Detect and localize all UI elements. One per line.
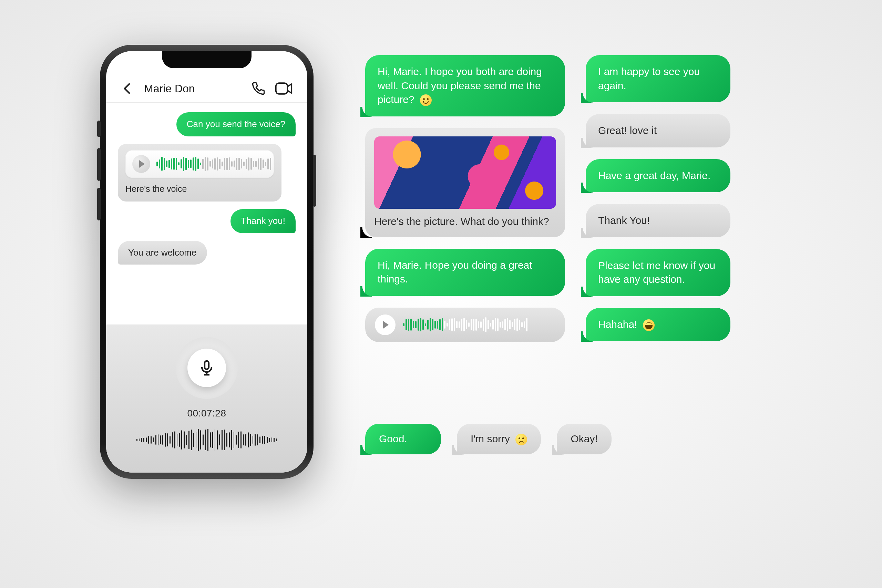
chat-body: Can you send the voice? Here's the voice… xyxy=(106,103,308,324)
bubble-text: I'm sorry xyxy=(471,433,510,444)
contact-name: Marie Don xyxy=(144,82,242,95)
waveform xyxy=(403,315,555,334)
volume-down-button xyxy=(97,188,100,220)
image-attachment[interactable] xyxy=(374,136,556,209)
microphone-button[interactable] xyxy=(188,349,226,387)
showcase-bottom-row: Good. I'm sorry Okay! xyxy=(365,424,612,454)
voice-message-card[interactable]: Here's the voice xyxy=(118,144,282,201)
message-bubble-received[interactable]: You are welcome xyxy=(118,241,207,265)
phone-frame: Marie Don Can you send the voice? Here's… xyxy=(100,45,314,479)
voice-caption: Here's the voice xyxy=(125,184,274,194)
play-icon[interactable] xyxy=(132,155,150,173)
phone-notch xyxy=(162,51,252,68)
showcase-column-b: I am happy to see you again. Great! love… xyxy=(586,55,730,342)
chat-bubble-grey[interactable]: Thank You! xyxy=(586,204,730,237)
chat-bubble-green[interactable]: Hi, Marie. I hope you both are doing wel… xyxy=(365,55,565,116)
mic-button-halo xyxy=(176,337,238,399)
volume-up-button xyxy=(97,148,100,181)
bubble-text: Hahaha! xyxy=(598,319,637,330)
power-button xyxy=(313,155,316,207)
chat-bubble-grey[interactable]: I'm sorry xyxy=(457,424,541,454)
svg-rect-0 xyxy=(276,83,287,94)
message-bubble-sent[interactable]: Thank you! xyxy=(231,209,296,233)
image-caption: Here's the picture. What do you think? xyxy=(374,216,556,227)
waveform xyxy=(156,156,271,172)
phone-call-icon[interactable] xyxy=(252,82,265,95)
mute-switch xyxy=(97,120,100,137)
play-icon[interactable] xyxy=(375,315,396,335)
phone-mockup: Marie Don Can you send the voice? Here's… xyxy=(100,45,314,479)
bubble-text: Hi, Marie. Hope you doing a great things… xyxy=(378,260,532,285)
sad-emoji-icon xyxy=(515,434,527,446)
chat-bubble-green[interactable]: Hi, Marie. Hope you doing a great things… xyxy=(365,249,565,296)
svg-rect-1 xyxy=(205,361,209,369)
video-call-icon[interactable] xyxy=(275,82,293,95)
message-bubble-sent[interactable]: Can you send the voice? xyxy=(176,112,296,136)
voice-message-bubble[interactable] xyxy=(365,308,565,342)
chat-bubble-green[interactable]: Have a great day, Marie. xyxy=(586,159,730,192)
voice-record-panel: 00:07:28 xyxy=(106,324,308,472)
back-icon[interactable] xyxy=(121,82,134,95)
recording-timer: 00:07:28 xyxy=(188,408,226,419)
recording-waveform xyxy=(136,428,278,452)
bubble-text: Hi, Marie. I hope you both are doing wel… xyxy=(378,66,542,105)
chat-bubble-grey[interactable]: Great! love it xyxy=(586,114,730,147)
showcase-column-a: Hi, Marie. I hope you both are doing wel… xyxy=(365,55,565,342)
phone-screen: Marie Don Can you send the voice? Here's… xyxy=(106,51,308,472)
chat-bubble-green[interactable]: Good. xyxy=(365,424,441,454)
chat-bubble-green[interactable]: Please let me know if you have any quest… xyxy=(586,249,730,296)
chat-bubble-grey[interactable]: Okay! xyxy=(557,424,611,454)
chat-bubble-green[interactable]: I am happy to see you again. xyxy=(586,55,730,102)
bubble-showcase: Hi, Marie. I hope you both are doing wel… xyxy=(365,55,792,342)
image-message-card[interactable]: Here's the picture. What do you think? xyxy=(365,128,565,237)
chat-bubble-green[interactable]: Hahaha! xyxy=(586,308,730,341)
voice-player[interactable] xyxy=(125,150,274,178)
smile-emoji-icon xyxy=(420,94,432,106)
laugh-emoji-icon xyxy=(643,320,655,331)
